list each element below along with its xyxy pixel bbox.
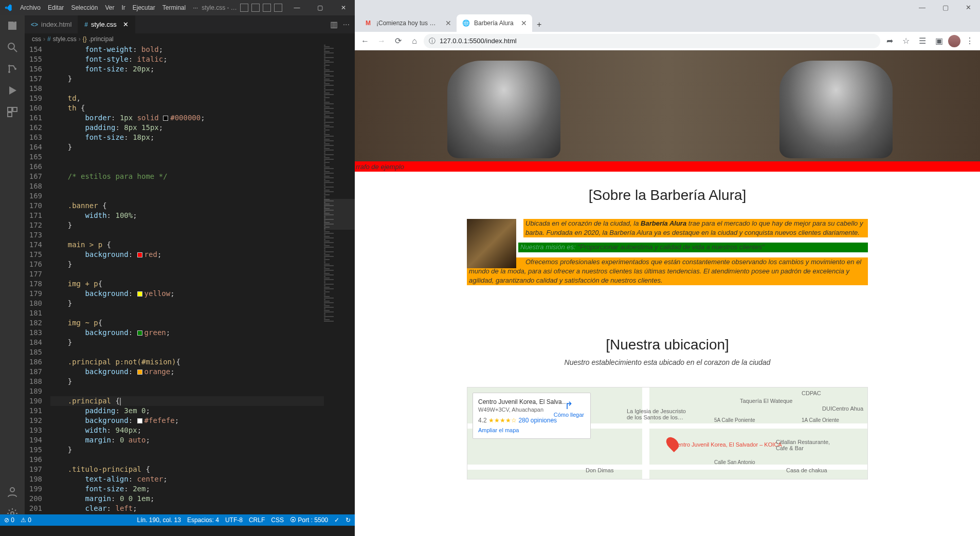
- close-button[interactable]: ✕: [332, 0, 355, 15]
- map-expand-link[interactable]: Ampliar el mapa: [478, 427, 585, 433]
- status-port[interactable]: ⦿ Port : 5500: [290, 516, 328, 524]
- minimize-button[interactable]: —: [285, 0, 308, 15]
- location-heading: [Nuestra ubicacion]: [355, 337, 980, 353]
- share-icon[interactable]: ➦: [882, 34, 897, 48]
- account-icon[interactable]: [6, 486, 19, 498]
- status-line-col[interactable]: Lín. 190, col. 13: [137, 516, 180, 524]
- about-paragraph-1: Ubicada en el corazón de la ciudad, la B…: [523, 219, 868, 237]
- utensils-image: [467, 219, 516, 268]
- map-road-label: Calle San Antonio: [714, 459, 755, 465]
- minimap-slider[interactable]: [324, 199, 355, 230]
- forward-button[interactable]: →: [374, 34, 389, 48]
- map-rating: 4.2 ★★★★☆ 280 opiniones: [478, 417, 585, 424]
- chrome-close-button[interactable]: ✕: [957, 0, 980, 14]
- status-warnings[interactable]: ⚠ 0: [21, 516, 31, 524]
- editor-tabs: <>index.html #style.css✕ ▥ ···: [25, 15, 355, 33]
- layout-icon[interactable]: [251, 4, 260, 12]
- chrome-maximize-button[interactable]: ▢: [934, 0, 957, 14]
- menu-ejecutar[interactable]: Ejecutar: [129, 4, 159, 11]
- menu-overflow[interactable]: ···: [189, 4, 202, 11]
- layout-icon[interactable]: [263, 4, 271, 12]
- map-poi-label: Citlallan Restaurante, Cafe & Bar: [776, 439, 838, 451]
- profile-avatar[interactable]: [948, 35, 960, 47]
- css-file-icon: #: [84, 21, 88, 28]
- status-bar: ⊘ 0 ⚠ 0 Lín. 190, col. 13 Espacios: 4 UT…: [0, 514, 355, 526]
- svg-line-1: [14, 49, 17, 52]
- code-editor[interactable]: 1541551561571581591601611621631641651661…: [25, 45, 355, 526]
- google-map-embed[interactable]: ↱ Cómo llegar Centro Juvenil Korea, El S…: [467, 387, 868, 479]
- map-poi-label: Don Dimas: [586, 467, 613, 473]
- principal-section: Ubicada en el corazón de la ciudad, la B…: [467, 219, 868, 285]
- svg-rect-7: [8, 113, 12, 117]
- site-info-icon[interactable]: ⓘ: [429, 36, 435, 46]
- chrome-tab-gmail[interactable]: M ¡Comienza hoy tus estudios y no ✕: [359, 14, 457, 32]
- tab-label: style.css: [91, 21, 117, 28]
- menu-archivo[interactable]: Archivo: [16, 4, 44, 11]
- close-tab-icon[interactable]: ✕: [123, 21, 129, 28]
- svg-point-8: [10, 488, 14, 492]
- new-tab-button[interactable]: +: [532, 17, 547, 32]
- reload-button[interactable]: ⟳: [391, 34, 405, 48]
- about-heading: [Sobre la Barbería Alura]: [355, 187, 980, 204]
- mission-paragraph: Nuestra misión es: "Proporcionar autoest…: [518, 243, 868, 252]
- explorer-icon[interactable]: [6, 20, 19, 32]
- reading-list-icon[interactable]: ☰: [915, 34, 930, 48]
- close-tab-icon[interactable]: ✕: [521, 19, 527, 27]
- more-actions-icon[interactable]: ···: [343, 20, 350, 29]
- source-control-icon[interactable]: [6, 63, 19, 75]
- tab-index-html[interactable]: <>index.html: [25, 15, 78, 33]
- tab-label: Barbería Alura: [474, 20, 514, 27]
- chrome-tabs: M ¡Comienza hoy tus estudios y no ✕ 🌐 Ba…: [355, 14, 980, 32]
- split-editor-icon[interactable]: ▥: [330, 20, 338, 29]
- globe-favicon-icon: 🌐: [462, 19, 470, 27]
- menu-ver[interactable]: Ver: [101, 4, 118, 11]
- breadcrumb-file[interactable]: #style.css: [47, 35, 77, 43]
- vscode-titlebar: Archivo Editar Selección Ver Ir Ejecutar…: [0, 0, 355, 15]
- chrome-toolbar: ← → ⟳ ⌂ ⓘ 127.0.0.1:5500/index.html ➦ ☆ …: [355, 32, 980, 50]
- status-encoding[interactable]: UTF-8: [225, 516, 243, 524]
- map-directions-button[interactable]: ↱ Cómo llegar: [554, 399, 584, 418]
- vscode-window: Archivo Editar Selección Ver Ir Ejecutar…: [0, 0, 355, 526]
- maximize-button[interactable]: ▢: [308, 0, 332, 15]
- status-spaces[interactable]: Espacios: 4: [187, 516, 219, 524]
- map-poi-label: Casa de chakua: [786, 467, 827, 473]
- layout-icon[interactable]: [240, 4, 248, 12]
- map-road-label: 1A Calle Oriente: [802, 417, 839, 423]
- status-sync-icon[interactable]: ↻: [346, 516, 351, 524]
- status-lang[interactable]: CSS: [271, 516, 284, 524]
- chrome-window: — ▢ ✕ M ¡Comienza hoy tus estudios y no …: [355, 0, 980, 536]
- side-panel-icon[interactable]: ▣: [932, 34, 946, 48]
- menu-editar[interactable]: Editar: [44, 4, 67, 11]
- address-bar[interactable]: ⓘ 127.0.0.1:5500/index.html: [424, 34, 880, 48]
- close-tab-icon[interactable]: ✕: [445, 19, 451, 27]
- about-paragraph-3: Ofrecemos profesionales experimentados q…: [467, 257, 868, 286]
- menu-terminal[interactable]: Terminal: [159, 4, 189, 11]
- chrome-menu-icon[interactable]: ⋮: [963, 34, 977, 48]
- page-viewport[interactable]: rrafo de ejemplo [Sobre la Barbería Alur…: [355, 50, 980, 536]
- layout-icon[interactable]: [274, 4, 282, 12]
- status-check-icon[interactable]: ✓: [334, 516, 339, 524]
- status-errors[interactable]: ⊘ 0: [4, 516, 14, 524]
- status-eol[interactable]: CRLF: [249, 516, 265, 524]
- back-button[interactable]: ←: [358, 34, 372, 48]
- breadcrumb-symbol[interactable]: {}.principal: [83, 35, 114, 43]
- breadcrumb-folder[interactable]: css: [32, 35, 41, 43]
- menu-ir[interactable]: Ir: [118, 4, 129, 11]
- vscode-logo-icon: [4, 4, 12, 12]
- gmail-favicon-icon: M: [364, 19, 372, 27]
- tab-style-css[interactable]: #style.css✕: [78, 15, 135, 33]
- chrome-minimize-button[interactable]: —: [911, 0, 934, 14]
- tab-label: ¡Comienza hoy tus estudios y no: [376, 20, 438, 27]
- minimap[interactable]: [324, 45, 355, 526]
- chrome-tab-barberia[interactable]: 🌐 Barbería Alura ✕: [457, 14, 532, 32]
- star-bookmark-icon[interactable]: ☆: [899, 34, 913, 48]
- search-icon[interactable]: [6, 41, 19, 53]
- map-info-card: ↱ Cómo llegar Centro Juvenil Korea, El S…: [473, 393, 591, 439]
- breadcrumb[interactable]: css › #style.css › {}.principal: [25, 33, 355, 45]
- extensions-icon[interactable]: [6, 106, 19, 118]
- run-debug-icon[interactable]: [6, 84, 19, 97]
- home-button[interactable]: ⌂: [407, 34, 422, 48]
- layout-icons[interactable]: [240, 4, 285, 12]
- banner-image: [355, 50, 980, 161]
- menu-seleccion[interactable]: Selección: [67, 4, 101, 11]
